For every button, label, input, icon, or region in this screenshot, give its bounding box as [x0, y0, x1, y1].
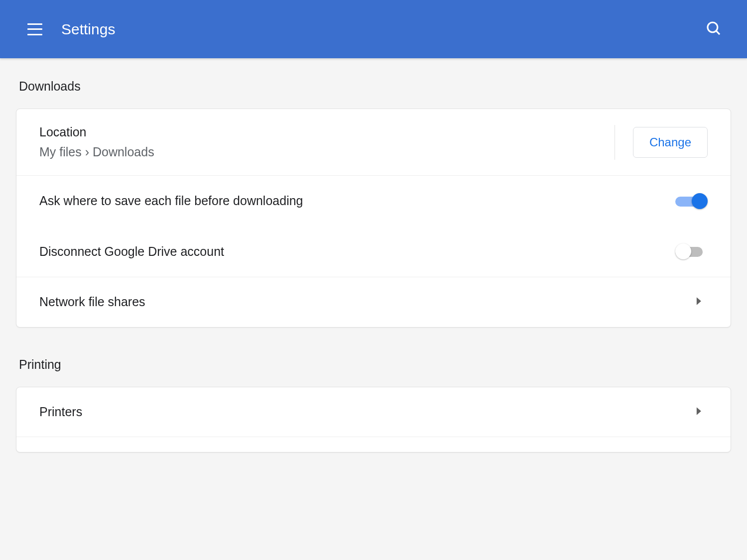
disconnect-drive-label: Disconnect Google Drive account [39, 242, 675, 261]
page-title: Settings [61, 21, 115, 38]
chevron-right-icon [696, 407, 703, 418]
disconnect-drive-toggle[interactable] [675, 243, 708, 259]
network-file-shares-row[interactable]: Network file shares [16, 277, 731, 327]
printers-label: Printers [39, 403, 696, 422]
disconnect-drive-row: Disconnect Google Drive account [16, 226, 731, 277]
section-title-printing: Printing [19, 357, 731, 372]
printers-row[interactable]: Printers [16, 387, 731, 437]
download-location-row: Location My files › Downloads Change [16, 109, 731, 176]
location-label: Location [39, 123, 615, 142]
downloads-card: Location My files › Downloads Change Ask… [16, 109, 731, 328]
ask-save-toggle[interactable] [675, 193, 708, 209]
network-shares-label: Network file shares [39, 293, 696, 312]
printing-card: Printers [16, 387, 731, 452]
printing-second-row [16, 437, 731, 452]
menu-icon[interactable] [27, 23, 42, 35]
svg-point-0 [708, 22, 718, 32]
change-location-button[interactable]: Change [633, 127, 708, 158]
svg-line-1 [716, 30, 720, 34]
location-path: My files › Downloads [39, 143, 615, 162]
search-icon[interactable] [705, 20, 722, 39]
section-title-downloads: Downloads [19, 79, 731, 94]
app-header: Settings [0, 0, 747, 58]
settings-content: Downloads Location My files › Downloads … [0, 58, 747, 452]
ask-save-label: Ask where to save each file before downl… [39, 192, 675, 211]
ask-save-row: Ask where to save each file before downl… [16, 176, 731, 226]
vertical-divider [615, 125, 615, 160]
chevron-right-icon [696, 297, 703, 308]
